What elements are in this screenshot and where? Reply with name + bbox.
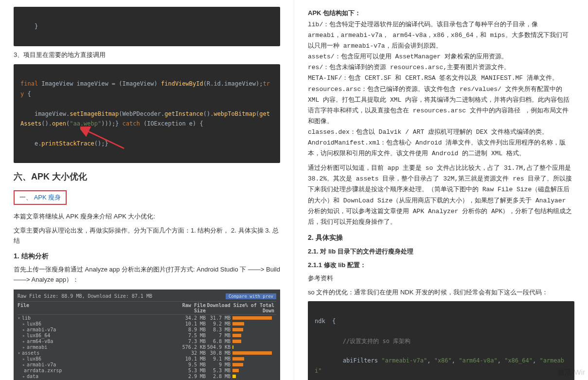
analyze-screenshot: Raw File Size: 88.9 MB, Download Size: 8… <box>14 290 280 380</box>
structure-item: AndroidManifest.xml：包含核心 Android 清单文件。该文… <box>308 138 574 159</box>
table-row: arrdata.zxrsp5.3 MB5.3 MB <box>18 367 276 373</box>
table-row: ▾lib34.2 MB31.7 MB <box>18 315 276 321</box>
table-row: ▸armabi-v7a8.9 MB8.3 MB <box>18 326 276 332</box>
right-column: APK 包结构如下： lib/：包含特定于处理器软件层的编译代码。该目录包含了每… <box>294 0 588 380</box>
structure-item: resources.arsc：包含已编译的资源。该文件包含 res/values… <box>308 84 574 127</box>
table-row: ▸data2.9 MB2.8 MB <box>18 373 276 379</box>
col-raw: Raw File Size <box>177 303 206 313</box>
structure-item: lib/：包含特定于处理器软件层的编译代码。该目录包含了每种平台的子目录，像 a… <box>308 19 574 52</box>
svg-line-1 <box>86 130 124 148</box>
boxed-link: 一、 APK 瘦身 <box>14 190 67 205</box>
heading-structure: 1. 结构分析 <box>14 252 280 261</box>
structure-item: res/：包含未编译到的资源 resources.arsc,主要有图片资源文件。 <box>308 62 574 73</box>
paragraph: 参考资料 <box>308 273 574 284</box>
heading-practice: 2. 具体实操 <box>308 234 574 242</box>
code-block-ndk1: ndk { //设置支持的 so 库架构 abiFilters "armeabi… <box>308 301 574 380</box>
paragraph: 本篇文章将继续从 APK 瘦身来介绍 APK 大小优化: <box>14 212 280 222</box>
heading-lib-slim: 2.1. 对 lib 目录下的文件进行瘦身处理 <box>308 247 574 256</box>
apk-slim-link[interactable]: APK 瘦身 <box>34 194 61 201</box>
heading-apk-optimize: 六、APK 大小优化 <box>14 171 280 182</box>
arrow-icon <box>80 127 129 151</box>
apk-structure-list: lib/：包含特定于处理器软件层的编译代码。该目录包含了每种平台的子目录，像 a… <box>308 19 574 159</box>
table-row: ▾assets32 MB30.8 MB <box>18 350 276 356</box>
heading-lib-config: 2.1.1 修改 lib 配置： <box>308 261 574 270</box>
table-row: ▸armabi-v7a9.5 MB9 MB <box>18 362 276 367</box>
code-block-2: final ImageView imageView = (ImageView) … <box>14 64 280 163</box>
left-column: } 3、项目里在需要的地方直接调用 final ImageView imageV… <box>0 0 294 380</box>
code-line: } <box>35 23 38 30</box>
paragraph: so 文件的优化：通常我们在使用 NDK 开发的时候，我们经常会有如下这么一段代… <box>308 288 574 298</box>
watermark: 激活 Wir <box>557 368 585 377</box>
paragraph: 3、项目里在需要的地方直接调用 <box>14 50 280 60</box>
paragraph: 通过分析图可以知道，目前 app 主要是 so 文件占比比较大，占了 31.7M… <box>308 163 574 228</box>
paragraph: 文章主要内容从理论出发，再做实际操作。分为下面几个方面：1. 结构分析， 2. … <box>14 226 280 246</box>
structure-item: classes.dex：包含以 Dalvik / ART 虚拟机可理解的 DEX… <box>308 127 574 138</box>
structure-item: assets/：包含应用可以使用 AssetManager 对象检索的应用资源。 <box>308 52 574 62</box>
table-row: ▸lux86_647.5 MB7 MB <box>18 332 276 338</box>
compare-button: Compare with prev <box>226 293 276 299</box>
col-dl: Download Size% of Total Down <box>206 303 276 313</box>
heading-apk-structure: APK 包结构如下： <box>308 9 574 18</box>
table-row: ▸lux8610.1 MB9.2 MB <box>18 321 276 326</box>
structure-item: META-INF/：包含 CERT.SF 和 CERT.RSA 签名文件以及 M… <box>308 73 574 84</box>
table-row: ▸arm64-v8a7.3 MB6.8 MB <box>18 338 276 344</box>
table-row: ▸lux8610.1 MB9.1 MB <box>18 356 276 362</box>
col-file: File <box>18 303 177 313</box>
analyze-header-text: Raw File Size: 88.9 MB, Download Size: 8… <box>18 293 152 299</box>
code-block-1: } <box>14 7 280 46</box>
paragraph: 首先上传一张瘦身前通过 Analyze app 分析出来的图片(打开方式: An… <box>14 265 280 285</box>
table-row: ▸armeabi576.2 KB504.9 KB <box>18 344 276 350</box>
